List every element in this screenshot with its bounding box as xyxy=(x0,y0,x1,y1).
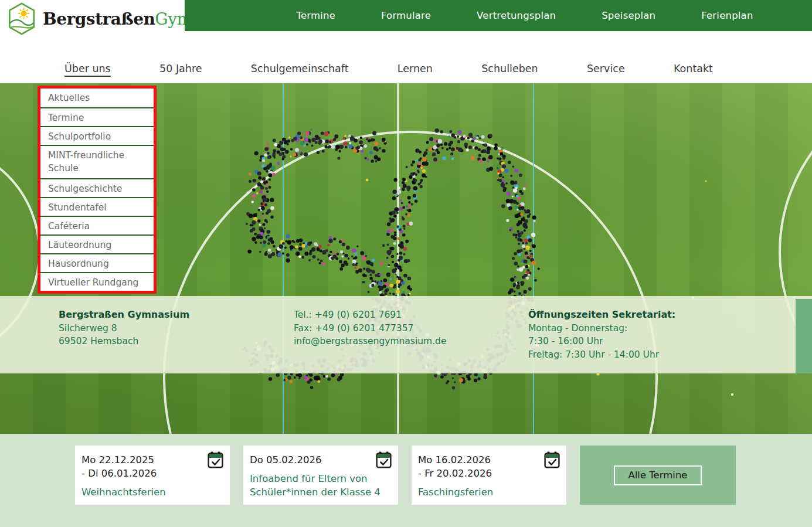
office-hours-line: Freitag: 7:30 Uhr - 14:00 Uhr xyxy=(528,348,675,362)
event-title[interactable]: Faschingsferien xyxy=(418,485,558,499)
office-hours-line: 7:30 - 16:00 Uhr xyxy=(528,335,675,348)
phone-number: Tel.: +49 (0) 6201 7691 xyxy=(294,308,446,322)
calendar-check-icon xyxy=(208,451,223,468)
event-title[interactable]: Weihnachtsferien xyxy=(81,485,221,499)
ueber-uns-dropdown-menu: Aktuelles Termine Schulportfolio MINT-fr… xyxy=(40,89,154,291)
dropdown-item-schulportfolio[interactable]: Schulportfolio xyxy=(40,126,154,145)
site-header: BergstraßenGymnasium Termine Formulare V… xyxy=(0,0,812,83)
email-link[interactable]: info@bergstrassengymnasium.de xyxy=(294,336,446,346)
calendar-check-icon xyxy=(544,451,560,468)
dropdown-item-mint-freundliche-schule[interactable]: MINT-freundliche Schule xyxy=(40,145,154,178)
school-name: Bergstraßen Gymnasium xyxy=(59,308,189,322)
school-street: Silcherweg 8 xyxy=(59,322,189,335)
contact-info-bar: Bergstraßen Gymnasium Silcherweg 8 69502… xyxy=(0,296,812,373)
event-cards-row: Mo 22.12.2025 - Di 06.01.2026 Weihnachts… xyxy=(75,446,736,505)
dropdown-item-virtueller-rundgang[interactable]: Virtueller Rundgang xyxy=(40,272,154,291)
highlight-box: Aktuelles Termine Schulportfolio MINT-fr… xyxy=(38,86,157,294)
event-date: Mo 16.02.2026 - Fr 20.02.2026 xyxy=(418,453,544,480)
all-events-card: Alle Termine xyxy=(580,446,736,505)
main-nav-service[interactable]: Service xyxy=(587,63,625,74)
event-card[interactable]: Mo 22.12.2025 - Di 06.01.2026 Weihnachts… xyxy=(75,446,230,505)
fax-number: Fax: +49 (0) 6201 477357 xyxy=(294,322,446,335)
upcoming-events-section: Mo 22.12.2025 - Di 06.01.2026 Weihnachts… xyxy=(0,434,812,527)
event-card[interactable]: Mo 16.02.2026 - Fr 20.02.2026 Faschingsf… xyxy=(412,446,566,505)
all-events-button[interactable]: Alle Termine xyxy=(614,465,701,485)
calendar-check-icon xyxy=(376,451,392,468)
school-address-block: Bergstraßen Gymnasium Silcherweg 8 69502… xyxy=(59,308,189,348)
dropdown-item-aktuelles[interactable]: Aktuelles xyxy=(40,89,154,107)
main-nav-bar: Über uns 50 Jahre Schulgemeinschaft Lern… xyxy=(64,55,713,82)
main-nav-schulgemeinschaft[interactable]: Schulgemeinschaft xyxy=(251,63,349,74)
quick-nav-formulare[interactable]: Formulare xyxy=(381,10,431,21)
office-hours-title: Öffnungszeiten Sekretariat: xyxy=(528,308,675,322)
main-nav-lernen[interactable]: Lernen xyxy=(397,63,433,74)
school-city: 69502 Hemsbach xyxy=(59,335,189,348)
dropdown-item-stundentafel[interactable]: Stundentafel xyxy=(40,197,154,216)
main-nav-ueber-uns[interactable]: Über uns xyxy=(64,63,111,74)
quick-nav-termine[interactable]: Termine xyxy=(296,10,335,21)
quick-nav-vertretungsplan[interactable]: Vertretungsplan xyxy=(477,10,556,21)
contact-details-block: Tel.: +49 (0) 6201 7691 Fax: +49 (0) 620… xyxy=(294,308,446,348)
dropdown-item-laeuteordnung[interactable]: Läuteordnung xyxy=(40,234,154,253)
office-hours-line: Montag - Donnerstag: xyxy=(528,322,675,335)
school-logo-icon xyxy=(6,2,38,36)
dropdown-item-hausordnung[interactable]: Hausordnung xyxy=(40,253,154,272)
quick-nav-speiseplan[interactable]: Speiseplan xyxy=(602,10,655,21)
quick-nav-bar: Termine Formulare Vertretungsplan Speise… xyxy=(185,0,812,31)
event-title[interactable]: Infoabend für Eltern von Schüler*innen d… xyxy=(250,472,389,499)
event-card[interactable]: Do 05.02.2026 Infoabend für Eltern von S… xyxy=(243,446,398,505)
event-date: Mo 22.12.2025 - Di 06.01.2026 xyxy=(81,453,208,480)
main-nav-schulleben[interactable]: Schulleben xyxy=(481,63,538,74)
dropdown-item-termine[interactable]: Termine xyxy=(40,107,154,126)
event-date: Do 05.02.2026 xyxy=(250,453,376,467)
main-nav-50-jahre[interactable]: 50 Jahre xyxy=(159,63,202,74)
main-nav-kontakt[interactable]: Kontakt xyxy=(674,63,713,74)
carousel-next-strip[interactable] xyxy=(796,299,812,373)
dropdown-item-cafeteria[interactable]: Caféteria xyxy=(40,216,154,234)
quick-nav-ferienplan[interactable]: Ferienplan xyxy=(701,10,753,21)
dropdown-item-schulgeschichte[interactable]: Schulgeschichte xyxy=(40,178,154,197)
office-hours-block: Öffnungszeiten Sekretariat: Montag - Don… xyxy=(528,308,675,361)
